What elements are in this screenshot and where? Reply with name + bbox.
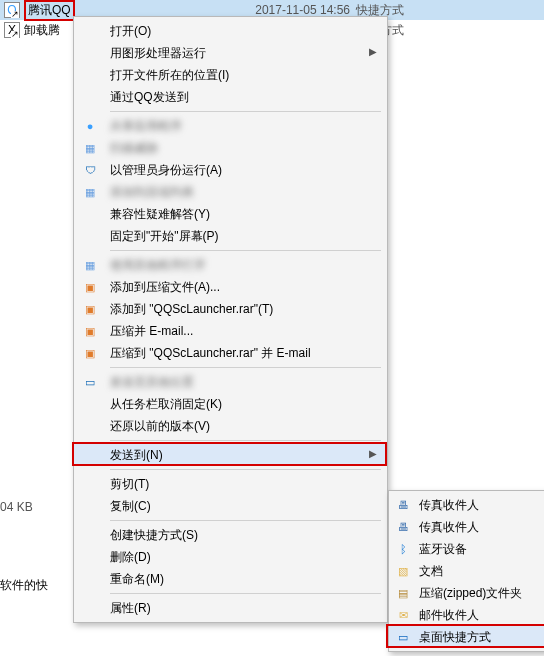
win-icon: ▦	[82, 184, 98, 200]
menu-item[interactable]: 删除(D)	[74, 546, 387, 568]
menu-item-label: 属性(R)	[110, 600, 357, 617]
books-icon: ▣	[82, 345, 98, 361]
uninstall-shortcut-icon: X	[4, 22, 20, 38]
menu-item-label: 通过QQ发送到	[110, 89, 357, 106]
sendto-item[interactable]: ᛒ蓝牙设备	[389, 538, 544, 560]
menu-item-label: 删除(D)	[110, 549, 357, 566]
screen-icon: ▭	[82, 374, 98, 390]
menu-item[interactable]: ▭发送至其他位置	[74, 371, 387, 393]
sendto-item-label: 传真收件人	[419, 497, 479, 514]
menu-separator	[110, 250, 381, 251]
menu-item-label: 还原以前的版本(V)	[110, 418, 357, 435]
menu-item-label: 添加到 "QQScLauncher.rar"(T)	[110, 301, 357, 318]
doc-icon: ▧	[395, 563, 411, 579]
menu-item-label: 打开文件所在的位置(I)	[110, 67, 357, 84]
menu-item[interactable]: ▣添加到压缩文件(A)...	[74, 276, 387, 298]
submenu-arrow-icon: ▶	[369, 46, 377, 57]
menu-item-label: 创建快捷方式(S)	[110, 527, 357, 544]
sendto-item[interactable]: ▧文档	[389, 560, 544, 582]
file-date: 2017-11-05 14:56	[230, 3, 350, 17]
win-icon: ▦	[82, 140, 98, 156]
sendto-item-label: 桌面快捷方式	[419, 629, 491, 646]
menu-item-label: 压缩到 "QQScLauncher.rar" 并 E-mail	[110, 345, 357, 362]
menu-separator	[110, 367, 381, 368]
filename-highlight: 腾讯QQ	[24, 0, 75, 21]
menu-item-label: 共享应用程序	[110, 118, 357, 135]
menu-item[interactable]: 复制(C)	[74, 495, 387, 517]
win-icon: ▦	[82, 257, 98, 273]
menu-item[interactable]: ▦添加到压缩列表	[74, 181, 387, 203]
menu-item[interactable]: ▦使用其他程序打开	[74, 254, 387, 276]
books-icon: ▣	[82, 323, 98, 339]
qq-icon: ●	[82, 118, 98, 134]
mon-icon: ▭	[395, 629, 411, 645]
submenu-arrow-icon: ▶	[369, 448, 377, 459]
sendto-item-label: 文档	[419, 563, 443, 580]
menu-separator	[110, 111, 381, 112]
menu-item[interactable]: 还原以前的版本(V)	[74, 415, 387, 437]
menu-item-label: 打开(O)	[110, 23, 357, 40]
sendto-submenu: 🖶传真收件人🖶传真收件人ᛒ蓝牙设备▧文档▤压缩(zipped)文件夹✉邮件收件人…	[388, 490, 544, 652]
file-name: 腾讯QQ	[28, 3, 71, 17]
menu-item-label: 固定到"开始"屏幕(P)	[110, 228, 357, 245]
menu-separator	[110, 593, 381, 594]
menu-item[interactable]: 发送到(N)▶	[74, 444, 387, 466]
menu-separator	[110, 469, 381, 470]
menu-item-label: 压缩并 E-mail...	[110, 323, 357, 340]
sendto-item-label: 传真收件人	[419, 519, 479, 536]
sendto-item[interactable]: ✉邮件收件人	[389, 604, 544, 626]
sendto-item[interactable]: ▭桌面快捷方式	[389, 626, 544, 648]
menu-item[interactable]: ▣压缩到 "QQScLauncher.rar" 并 E-mail	[74, 342, 387, 364]
menu-item-label: 用图形处理器运行	[110, 45, 357, 62]
size-column-label: 04 KB	[0, 500, 33, 514]
menu-item[interactable]: 通过QQ发送到	[74, 86, 387, 108]
context-menu: 打开(O)用图形处理器运行▶打开文件所在的位置(I)通过QQ发送到●共享应用程序…	[73, 16, 388, 623]
menu-item-label: 兼容性疑难解答(Y)	[110, 206, 357, 223]
menu-item-label: 重命名(M)	[110, 571, 357, 588]
menu-item[interactable]: 创建快捷方式(S)	[74, 524, 387, 546]
menu-item[interactable]: 用图形处理器运行▶	[74, 42, 387, 64]
menu-item[interactable]: 🛡以管理员身份运行(A)	[74, 159, 387, 181]
menu-item[interactable]: 打开文件所在的位置(I)	[74, 64, 387, 86]
sendto-item-label: 邮件收件人	[419, 607, 479, 624]
books-icon: ▣	[82, 279, 98, 295]
menu-item[interactable]: 固定到"开始"屏幕(P)	[74, 225, 387, 247]
qq-shortcut-icon: Q	[4, 2, 20, 18]
shield-icon: 🛡	[82, 162, 98, 178]
sendto-item[interactable]: 🖶传真收件人	[389, 494, 544, 516]
menu-item-label: 添加到压缩列表	[110, 184, 357, 201]
menu-item[interactable]: ▦扫描威胁	[74, 137, 387, 159]
sendto-item[interactable]: 🖶传真收件人	[389, 516, 544, 538]
article-caption-fragment: 软件的快	[0, 577, 48, 594]
menu-item-label: 从任务栏取消固定(K)	[110, 396, 357, 413]
menu-item-label: 以管理员身份运行(A)	[110, 162, 357, 179]
menu-separator	[110, 520, 381, 521]
menu-item-label: 扫描威胁	[110, 140, 357, 157]
menu-item-label: 使用其他程序打开	[110, 257, 357, 274]
menu-item[interactable]: 打开(O)	[74, 20, 387, 42]
fax-icon: 🖶	[395, 497, 411, 513]
sendto-item-label: 压缩(zipped)文件夹	[419, 585, 522, 602]
books-icon: ▣	[82, 301, 98, 317]
sendto-item-label: 蓝牙设备	[419, 541, 467, 558]
menu-item-label: 添加到压缩文件(A)...	[110, 279, 357, 296]
menu-item[interactable]: ▣添加到 "QQScLauncher.rar"(T)	[74, 298, 387, 320]
menu-item[interactable]: ●共享应用程序	[74, 115, 387, 137]
menu-item-label: 发送至其他位置	[110, 374, 357, 391]
zip-icon: ▤	[395, 585, 411, 601]
menu-item[interactable]: ▣压缩并 E-mail...	[74, 320, 387, 342]
menu-item[interactable]: 重命名(M)	[74, 568, 387, 590]
menu-item[interactable]: 兼容性疑难解答(Y)	[74, 203, 387, 225]
mail-icon: ✉	[395, 607, 411, 623]
file-name: 卸载腾	[24, 22, 60, 39]
bt-icon: ᛒ	[395, 541, 411, 557]
fax-icon: 🖶	[395, 519, 411, 535]
menu-item[interactable]: 从任务栏取消固定(K)	[74, 393, 387, 415]
menu-item-label: 剪切(T)	[110, 476, 357, 493]
sendto-item[interactable]: ▤压缩(zipped)文件夹	[389, 582, 544, 604]
menu-item[interactable]: 剪切(T)	[74, 473, 387, 495]
menu-item[interactable]: 属性(R)	[74, 597, 387, 619]
menu-item-label: 复制(C)	[110, 498, 357, 515]
menu-separator	[110, 440, 381, 441]
menu-item-label: 发送到(N)	[110, 447, 357, 464]
